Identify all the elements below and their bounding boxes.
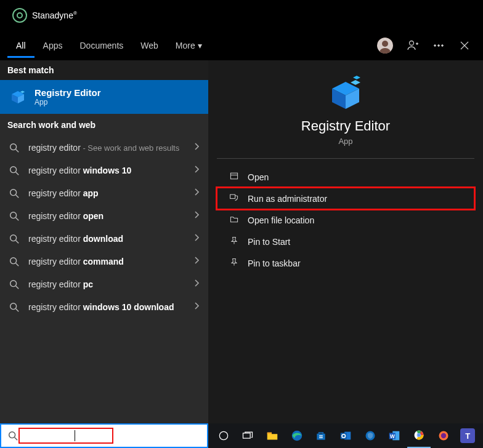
suggestion-text: registry editor windows 10 (28, 166, 185, 175)
taskbar-outlook[interactable] (334, 423, 357, 448)
suggestion-row[interactable]: registry editor pc (0, 273, 208, 295)
regedit-icon-large (326, 74, 365, 113)
command-pin-to-start[interactable]: Pin to Start (217, 231, 474, 252)
open-icon (229, 171, 239, 183)
suggestion-row[interactable]: registry editor - See work and web resul… (0, 136, 208, 159)
svg-point-5 (438, 45, 440, 47)
tab-all[interactable]: All (7, 33, 34, 58)
chevron-right-icon[interactable] (193, 210, 200, 222)
search-icon (9, 256, 20, 267)
suggestion-row[interactable]: registry editor open (0, 204, 208, 227)
taskbar: W T (208, 423, 483, 448)
search-icon (9, 165, 20, 176)
search-scope-tabs: All Apps Documents Web More ▾ (0, 31, 483, 60)
feedback-icon[interactable] (407, 39, 419, 52)
preview-panel: Registry Editor App OpenRun as administr… (208, 60, 483, 423)
chevron-right-icon[interactable] (193, 142, 200, 153)
brand-logo (12, 8, 27, 23)
command-open-file-location[interactable]: Open file location (217, 209, 474, 231)
command-open[interactable]: Open (217, 166, 474, 188)
tab-more[interactable]: More ▾ (167, 33, 211, 58)
search-input-text: registry editor (22, 430, 75, 440)
svg-rect-32 (320, 435, 321, 436)
search-bar[interactable]: registry editor (0, 423, 208, 448)
user-avatar[interactable] (377, 38, 393, 54)
taskbar-word[interactable]: W (383, 423, 406, 448)
preview-subtitle: App (338, 137, 352, 146)
search-highlight: registry editor (18, 428, 113, 444)
command-label: Run as administrator (248, 194, 327, 204)
svg-point-4 (434, 45, 436, 47)
svg-rect-28 (243, 433, 251, 438)
svg-point-15 (10, 234, 17, 241)
task-view-icon[interactable] (237, 423, 260, 448)
svg-text:W: W (390, 434, 395, 439)
tab-web[interactable]: Web (132, 33, 167, 58)
search-icon (9, 233, 20, 244)
svg-point-27 (219, 431, 227, 439)
suggestion-text: registry editor download (28, 234, 185, 244)
suggestion-row[interactable]: registry editor windows 10 (0, 159, 208, 182)
brand-header: Stanadyne® (0, 0, 483, 31)
divider (217, 158, 474, 159)
chevron-right-icon[interactable] (193, 164, 200, 176)
results-panel: Best match Registry Editor App Search wo… (0, 60, 208, 423)
chevron-right-icon[interactable] (193, 187, 200, 199)
svg-point-11 (10, 143, 17, 150)
taskbar-security[interactable] (359, 423, 382, 448)
suggestion-text: registry editor - See work and web resul… (28, 143, 185, 153)
svg-point-14 (10, 212, 17, 218)
folder-icon (229, 214, 239, 226)
chevron-right-icon[interactable] (193, 255, 200, 267)
svg-point-46 (418, 434, 420, 436)
command-label: Open (248, 172, 269, 182)
search-icon (9, 210, 20, 222)
svg-point-26 (9, 432, 15, 438)
svg-marker-22 (351, 80, 360, 85)
svg-point-17 (10, 280, 17, 286)
tab-documents[interactable]: Documents (71, 33, 132, 58)
suggestion-row[interactable]: registry editor download (0, 227, 208, 250)
svg-point-13 (10, 189, 17, 195)
suggestion-row[interactable]: registry editor command (0, 250, 208, 273)
svg-rect-25 (230, 194, 235, 198)
svg-rect-35 (322, 437, 323, 438)
search-icon (9, 142, 20, 153)
chevron-right-icon[interactable] (193, 301, 200, 313)
svg-point-6 (442, 45, 444, 47)
taskbar-teams[interactable]: T (456, 423, 479, 448)
command-label: Open file location (248, 215, 314, 225)
search-icon (9, 188, 20, 199)
cortana-circle-icon[interactable] (212, 423, 235, 448)
svg-point-12 (10, 166, 17, 172)
chevron-right-icon[interactable] (193, 278, 200, 290)
search-icon (9, 279, 20, 290)
best-match-result[interactable]: Registry Editor App (0, 80, 208, 114)
suggestion-row[interactable]: registry editor windows 10 download (0, 295, 208, 318)
best-match-subtitle: App (34, 98, 101, 106)
command-pin-to-taskbar[interactable]: Pin to taskbar (217, 252, 474, 274)
taskbar-firefox[interactable] (432, 423, 455, 448)
best-match-title: Registry Editor (34, 87, 101, 98)
pin-icon (229, 236, 239, 247)
svg-marker-23 (353, 76, 360, 79)
taskbar-explorer[interactable] (261, 423, 284, 448)
svg-rect-29 (267, 433, 272, 434)
search-icon (7, 430, 18, 441)
suggestion-text: registry editor command (28, 257, 185, 266)
command-run-as-administrator[interactable]: Run as administrator (217, 188, 474, 209)
suggestion-text: registry editor pc (28, 279, 185, 289)
more-options-icon[interactable] (432, 39, 445, 52)
suggestion-row[interactable]: registry editor app (0, 182, 208, 204)
svg-point-18 (10, 303, 17, 309)
pin-icon (229, 257, 239, 269)
close-icon[interactable] (458, 39, 471, 52)
suggestion-text: registry editor app (28, 188, 185, 198)
taskbar-chrome[interactable] (407, 423, 431, 448)
svg-point-16 (10, 257, 17, 263)
svg-rect-34 (320, 437, 321, 438)
taskbar-edge[interactable] (285, 423, 309, 448)
chevron-right-icon[interactable] (193, 233, 200, 244)
tab-apps[interactable]: Apps (34, 33, 71, 58)
taskbar-store[interactable] (310, 423, 333, 448)
